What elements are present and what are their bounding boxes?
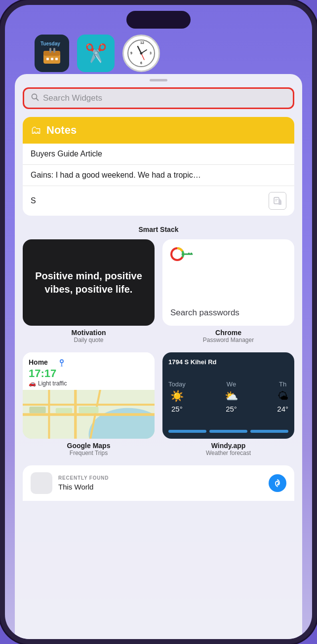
clock-svg-icon: 12 3 6 9 (127, 39, 156, 68)
windy-bar-2 (209, 430, 247, 433)
motivation-widget-card[interactable]: Positive mind, positive vibes, positive … (23, 239, 155, 344)
notes-widget[interactable]: 🗂 Notes Buyers Guide Article Gains: I ha… (23, 117, 294, 216)
svg-point-30 (60, 366, 63, 367)
svg-rect-39 (79, 407, 98, 413)
svg-rect-40 (29, 407, 45, 413)
windy-widget-name: Windy.app (164, 442, 292, 450)
notes-item-1: Buyers Guide Article (23, 144, 294, 165)
scissors-app-icon: ✂️ (77, 35, 115, 72)
search-bar[interactable]: Search Widgets (23, 87, 294, 109)
svg-rect-5 (51, 58, 53, 60)
top-icons-row: Tuesday ✂️ 12 3 (35, 35, 282, 72)
maps-map-area (23, 390, 155, 439)
windy-temp-today: 25° (171, 405, 183, 413)
calendar-icon-widget: Tuesday (35, 35, 69, 72)
maps-label-area: Google Maps Frequent Trips (23, 439, 155, 457)
maps-widget-header: Home 17:17 🚗 (23, 352, 155, 390)
chrome-widget-subtitle: Password Manager (164, 337, 292, 343)
chrome-label-area: Chrome Password Manager (162, 326, 294, 344)
recently-found-info: RECENTLY FOUND This World (58, 475, 263, 491)
svg-point-24 (175, 252, 180, 257)
windy-day-label-th: Th (279, 380, 286, 388)
chrome-key-icon-group (170, 247, 286, 261)
chrome-widget-name: Chrome (164, 329, 292, 337)
chrome-key-svg (170, 247, 195, 261)
notes-folder-icon: 🗂 (31, 124, 41, 137)
widget-sheet: Search Widgets 🗂 Notes Buyers Guide Arti… (15, 74, 302, 639)
car-icon: 🚗 (29, 380, 36, 387)
notes-title: Notes (46, 124, 77, 137)
recently-found-label: RECENTLY FOUND (58, 475, 263, 481)
svg-rect-27 (191, 253, 192, 254)
maps-widget-name: Google Maps (25, 442, 153, 450)
chrome-search-label: Search passwords (170, 308, 286, 318)
windy-address: 1794 S Kihei Rd (168, 358, 288, 366)
motivation-widget-subtitle: Daily quote (25, 337, 153, 343)
chrome-widget-content: Search passwords (162, 239, 294, 326)
windy-widget-card[interactable]: 1794 S Kihei Rd Today ☀️ 25° We ⛅ 25° (162, 352, 294, 457)
sheet-handle (150, 79, 167, 81)
widget-grid: Positive mind, positive vibes, positive … (15, 239, 302, 457)
svg-rect-3 (53, 48, 55, 53)
smart-stack-label: Smart Stack (15, 226, 302, 233)
windy-days-row: Today ☀️ 25° We ⛅ 25° Th 🌤 24° (168, 369, 288, 425)
svg-rect-4 (46, 58, 49, 60)
scissors-icon: ✂️ (85, 43, 107, 64)
volume-down-button (0, 163, 1, 192)
windy-widget-content: 1794 S Kihei Rd Today ☀️ 25° We ⛅ 25° (162, 352, 294, 439)
maps-time-label: 17:17 (29, 367, 67, 380)
motivation-label-area: Motivation Daily quote (23, 326, 155, 344)
windy-day-label-today: Today (168, 380, 186, 388)
notes-pencil-icon (273, 196, 282, 206)
notes-widget-header: 🗂 Notes (23, 117, 294, 144)
sun-icon: ☀️ (170, 390, 184, 403)
maps-pin-icon (57, 357, 67, 367)
maps-widget-content: Home 17:17 🚗 (23, 352, 155, 439)
windy-progress-bars (168, 430, 288, 433)
notes-item-1-text: Buyers Guide Article (31, 150, 102, 158)
chrome-widget-card[interactable]: Search passwords Chrome Password Manager (162, 239, 294, 344)
svg-point-29 (61, 360, 63, 362)
svg-line-17 (37, 99, 39, 101)
windy-day-th: Th 🌤 24° (277, 380, 288, 413)
svg-rect-21 (278, 201, 281, 205)
search-icon (31, 93, 39, 103)
phone-notch (126, 11, 191, 29)
notes-item-icon (269, 192, 286, 210)
svg-text:6: 6 (140, 61, 142, 65)
notes-item-3-text: S (31, 196, 36, 205)
volume-silent-button (0, 94, 1, 114)
svg-text:3: 3 (150, 51, 152, 55)
shazam-button[interactable] (269, 474, 286, 492)
svg-rect-1 (43, 51, 60, 56)
windy-widget-subtitle: Weather forecast (164, 450, 292, 456)
svg-rect-26 (188, 253, 190, 254)
phone-frame: Tuesday ✂️ 12 3 (0, 0, 317, 644)
windy-bar-3 (250, 430, 288, 433)
maps-home-label: Home (29, 358, 48, 366)
search-bar-container: Search Widgets (15, 87, 302, 109)
windy-day-label-we: We (227, 380, 236, 388)
svg-rect-2 (49, 48, 51, 53)
cloud-icon: ⛅ (225, 390, 238, 403)
notes-item-3: S (23, 186, 294, 216)
svg-text:9: 9 (130, 51, 132, 55)
motivation-widget-content: Positive mind, positive vibes, positive … (23, 239, 155, 326)
svg-point-15 (140, 52, 143, 55)
windy-temp-we: 25° (226, 405, 237, 413)
recently-found-title: This World (58, 483, 263, 491)
motivation-widget-name: Motivation (25, 329, 153, 337)
maps-widget-card[interactable]: Home 17:17 🚗 (23, 352, 155, 457)
svg-rect-38 (56, 408, 72, 414)
maps-widget-subtitle: Frequent Trips (25, 450, 153, 456)
recently-found-thumbnail (31, 472, 52, 494)
notes-item-2-text: Gains: I had a good weekend. We had a tr… (31, 171, 201, 180)
shazam-icon (272, 478, 283, 489)
windy-temp-th: 24° (277, 405, 288, 413)
svg-text:12: 12 (140, 41, 144, 44)
search-placeholder: Search Widgets (43, 93, 286, 103)
maps-map-svg (23, 390, 155, 439)
notes-items-list: Buyers Guide Article Gains: I had a good… (23, 144, 294, 216)
svg-rect-6 (55, 58, 58, 60)
windy-day-today: Today ☀️ 25° (168, 380, 186, 413)
